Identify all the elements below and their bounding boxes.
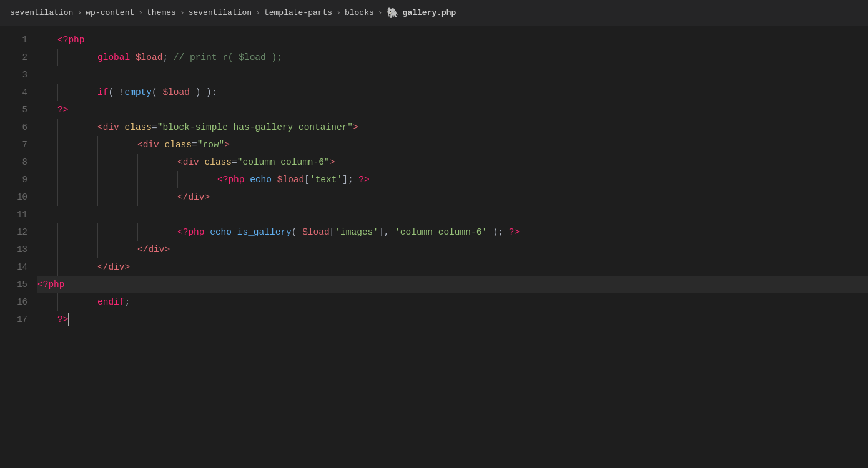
code-line-5: ?> — [37, 101, 868, 119]
plain-sp3 — [114, 87, 119, 97]
comment-1: // print_r( $load ); — [174, 52, 282, 62]
breadcrumb-item-1[interactable]: seventilation — [10, 8, 73, 17]
plain-sp12 — [353, 175, 359, 185]
bracket-2: ] — [342, 175, 348, 185]
attr-class-3: class — [205, 157, 232, 167]
line-num-14: 14 — [10, 258, 27, 276]
code-line-6: < div class = "block-simple has-gallery … — [37, 119, 868, 136]
tag-lt-1: < — [97, 122, 103, 132]
colon-1: : — [212, 87, 217, 97]
code-line-3 — [37, 66, 868, 84]
breadcrumb-item-5[interactable]: template-parts — [264, 8, 332, 17]
plain-sp10 — [245, 175, 250, 185]
attr-class-1: class — [125, 122, 152, 132]
plain-sp16 — [389, 227, 395, 237]
var-load-2: $load — [162, 87, 190, 97]
plain-sp7 — [119, 122, 125, 132]
plain-sp11 — [272, 175, 277, 185]
code-line-9: <?php echo $load [ 'text' ] ; ?> — [37, 171, 868, 188]
code-line-17: ?> — [37, 311, 868, 328]
tag-gt-5: > — [165, 245, 170, 255]
php-open-2: <?php — [217, 175, 245, 185]
paren-1: ( — [108, 87, 114, 97]
line-num-17: 17 — [10, 311, 27, 328]
breadcrumb-sep-2: › — [138, 8, 143, 17]
bracket-1: [ — [304, 175, 310, 185]
plain-sp18 — [503, 227, 509, 237]
tag-div-6: div — [108, 262, 124, 272]
breadcrumb-sep-4: › — [255, 8, 260, 17]
php-open-tag: <?php — [57, 35, 85, 45]
breadcrumb-bar: seventilation › wp-content › themes › se… — [0, 0, 868, 26]
code-line-16: endif ; — [37, 293, 868, 311]
tag-div-5: div — [148, 245, 164, 255]
paren-3: ) — [195, 87, 201, 97]
bracket-3: [ — [330, 227, 335, 237]
paren-2: ( — [152, 87, 157, 97]
php-close-1: ?> — [57, 105, 68, 115]
cursor — [68, 313, 69, 326]
tag-div-4: div — [188, 192, 204, 202]
line-numbers: 1 2 3 4 5 6 7 8 9 10 11 12 13 14 15 16 1… — [0, 26, 37, 468]
plain-sp9 — [199, 157, 205, 167]
code-line-13: </ div > — [37, 241, 868, 258]
breadcrumb-item-4[interactable]: seventilation — [189, 8, 252, 17]
line-num-5: 5 — [10, 101, 27, 119]
semicolon-2: ; — [348, 175, 353, 185]
breadcrumb-sep-3: › — [180, 8, 185, 17]
code-line-14: </ div > — [37, 258, 868, 276]
plain-sp13 — [205, 227, 210, 237]
bracket-4: ] — [378, 227, 384, 237]
line-num-2: 2 — [10, 49, 27, 66]
plain-sp6 — [200, 87, 206, 97]
line-num-3: 3 — [10, 66, 27, 84]
var-load-4: $load — [302, 227, 330, 237]
eq-1: = — [152, 122, 157, 132]
tag-gt-6: > — [125, 262, 131, 272]
paren-5: ( — [292, 227, 297, 237]
code-line-11 — [37, 206, 868, 223]
tag-lt-5: </ — [137, 245, 148, 255]
fn-is-gallery: is_gallery — [237, 227, 292, 237]
code-line-2: global $load ; // print_r( $load ); — [37, 49, 868, 66]
punc-not: ! — [119, 87, 125, 97]
line-num-12: 12 — [10, 223, 27, 241]
attr-val-1: "block-simple has-gallery container" — [157, 122, 353, 132]
line-num-9: 9 — [10, 171, 27, 188]
plain-sp14 — [232, 227, 237, 237]
php-close-2: ?> — [358, 175, 369, 185]
code-line-1: <?php — [37, 31, 868, 49]
line-num-13: 13 — [10, 241, 27, 258]
plain-sp5 — [190, 87, 195, 97]
plain-space — [130, 52, 136, 62]
breadcrumb-item-3[interactable]: themes — [147, 8, 176, 17]
php-close-4: ?> — [57, 314, 68, 324]
tag-gt-1: > — [353, 122, 358, 132]
fn-echo-2: echo — [210, 227, 232, 237]
code-line-10: </ div > — [37, 188, 868, 206]
plain-sp4 — [157, 87, 163, 97]
line-num-4: 4 — [10, 84, 27, 101]
str-images: 'images' — [335, 227, 378, 237]
line-num-10: 10 — [10, 188, 27, 206]
semicolon-4: ; — [125, 297, 131, 307]
breadcrumb-item-6[interactable]: blocks — [345, 8, 374, 17]
breadcrumb-item-2[interactable]: wp-content — [86, 8, 134, 17]
semicolon-3: ; — [498, 227, 503, 237]
breadcrumb-sep-6: › — [378, 8, 383, 17]
tag-div-2: div — [143, 140, 159, 150]
keyword-global: global — [97, 52, 130, 62]
line-num-15: 15 — [10, 276, 27, 293]
eq-2: = — [192, 140, 197, 150]
code-line-12: <?php echo is_gallery ( $load [ 'images'… — [37, 223, 868, 241]
plain-space2 — [168, 52, 174, 62]
line-num-11: 11 — [10, 206, 27, 223]
tag-div-1: div — [103, 122, 119, 132]
plain-sp15 — [297, 227, 302, 237]
tag-lt-3: < — [177, 157, 183, 167]
tag-gt-4: > — [205, 192, 210, 202]
code-line-4: if ( ! empty ( $load ) ) : — [37, 84, 868, 101]
paren-6: ) — [493, 227, 498, 237]
str-col6: 'column column-6' — [395, 227, 487, 237]
fn-empty: empty — [125, 87, 152, 97]
